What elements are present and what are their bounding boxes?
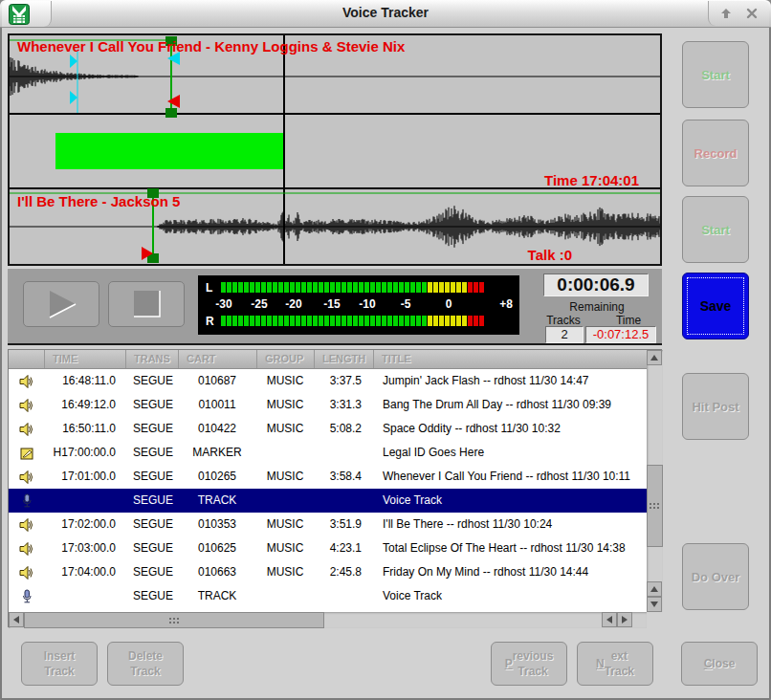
meter-segment <box>301 282 306 293</box>
col-title[interactable]: TITLE <box>373 350 647 368</box>
meter-segment <box>284 282 289 293</box>
shade-window-icon[interactable] <box>716 5 736 22</box>
col-length[interactable]: LENGTH <box>314 350 373 368</box>
fade-marker-top-icon[interactable] <box>70 55 77 68</box>
scroll-right-button[interactable] <box>617 612 632 627</box>
meter-segment <box>479 316 484 326</box>
meter-segment <box>273 316 277 326</box>
track2-wave <box>158 206 660 248</box>
meter-segment <box>341 316 346 326</box>
meter-segment <box>290 316 295 326</box>
log-row[interactable]: 17:02:00.0SEGUE010353MUSIC3:51.9I'll Be … <box>9 513 647 536</box>
meter-scale-label: 0 <box>446 297 452 311</box>
start-track2-button[interactable]: Start <box>682 196 749 263</box>
log-row[interactable]: 17:04:00.0SEGUE010663MUSIC2:45.8Friday O… <box>9 560 647 584</box>
cell-length: 3:58.4 <box>314 465 373 489</box>
meter-scale-label: -20 <box>285 297 301 311</box>
meter-segment <box>474 316 478 326</box>
meter-segment <box>422 282 427 293</box>
cell-time: H17:00:00.0 <box>44 441 125 465</box>
meter-scale-label: -30 <box>215 297 231 311</box>
cell-title: Whenever I Call You Friend -- rdhost 11/… <box>373 465 647 489</box>
col-trans[interactable]: TRANS <box>125 350 178 368</box>
vertical-scrollbar-thumb[interactable] <box>647 465 663 547</box>
meter-segment <box>296 282 300 293</box>
meter-segment <box>439 316 444 326</box>
meter-segment <box>416 282 421 293</box>
cell-title: Voice Track <box>373 584 647 608</box>
cell-cart: 010422 <box>178 417 256 441</box>
log-row[interactable]: 16:48:11.0SEGUE010687MUSIC3:37.5Jumpin' … <box>9 369 647 393</box>
end-marker-icon[interactable] <box>167 95 180 108</box>
meter-segment <box>416 316 421 326</box>
log-row[interactable]: 16:49:12.0SEGUE010011MUSIC3:31.3Bang The… <box>9 393 647 417</box>
cell-length: 3:51.9 <box>314 513 373 536</box>
speaker-icon <box>9 417 44 441</box>
transport-panel: L -30-25-20-15-10-50+8 R 0:00:06.9 Remai… <box>8 268 662 345</box>
voice-track-block[interactable] <box>55 133 283 169</box>
meter-segment <box>410 316 415 326</box>
next-track-button[interactable]: Next Track <box>577 642 653 686</box>
cell-length: 3:31.3 <box>314 393 373 417</box>
log-row[interactable]: 17:03:00.0SEGUE010625MUSIC4:23.1Total Ec… <box>9 536 647 560</box>
meter-segment <box>468 282 473 293</box>
log-row[interactable]: 16:50:11.0SEGUE010422MUSIC5:08.2Space Od… <box>9 417 647 441</box>
meter-segment <box>301 316 306 326</box>
do-over-button[interactable]: Do Over <box>682 543 749 610</box>
meter-right-label: R <box>206 315 214 328</box>
col-cart[interactable]: CART <box>178 350 256 368</box>
record-button[interactable]: Record <box>682 120 749 186</box>
meter-segment <box>250 282 254 293</box>
cell-trans: SEGUE <box>125 489 178 513</box>
horizontal-scrollbar-thumb[interactable] <box>24 612 324 628</box>
meter-segment <box>445 316 450 326</box>
close-window-icon[interactable] <box>742 5 761 22</box>
meter-segment <box>376 316 381 326</box>
play-button[interactable] <box>23 281 99 327</box>
meter-segment <box>393 282 398 293</box>
pane-divider-1 <box>10 113 660 115</box>
meter-segment <box>238 316 243 326</box>
insert-track-button[interactable]: Insert Track <box>21 642 98 686</box>
col-icon[interactable] <box>9 350 44 368</box>
meter-left-segments <box>221 282 484 293</box>
meter-segment <box>376 282 381 293</box>
scroll-left-button-2[interactable] <box>602 612 617 627</box>
meter-segment <box>255 316 260 326</box>
save-button[interactable]: Save <box>682 273 749 339</box>
hit-post-button[interactable]: Hit Post <box>682 373 749 440</box>
scroll-left-button[interactable] <box>9 612 24 627</box>
cell-trans: SEGUE <box>125 513 178 536</box>
cell-group <box>256 584 314 608</box>
col-group[interactable]: GROUP <box>256 350 314 368</box>
close-button[interactable]: Close <box>681 642 758 686</box>
scroll-up-button[interactable] <box>647 350 662 365</box>
fade-marker-bottom-icon[interactable] <box>70 91 77 104</box>
meter-segment <box>428 316 432 326</box>
log-row[interactable]: SEGUETRACKVoice Track <box>9 584 647 608</box>
cell-length <box>314 441 373 465</box>
tracks-remaining-value: 2 <box>545 326 584 343</box>
meter-segment <box>405 316 409 326</box>
cell-trans: SEGUE <box>125 560 178 584</box>
scroll-up-button-2[interactable] <box>647 581 662 597</box>
cell-title: Total Eclipse Of The Heart -- rdhost 11/… <box>373 536 647 560</box>
audio-level-meter: L -30-25-20-15-10-50+8 R <box>198 275 519 335</box>
log-row[interactable]: H17:00:00.0SEGUEMARKERLegal ID Goes Here <box>9 441 647 465</box>
stop-button[interactable] <box>108 281 185 327</box>
cell-trans: SEGUE <box>125 536 178 560</box>
meter-segment <box>347 282 352 293</box>
delete-track-button[interactable]: Delete Track <box>107 642 184 686</box>
start-track1-button[interactable]: Start <box>682 41 749 108</box>
cell-title: Space Oddity -- rdhost 11/30 10:32 <box>373 417 647 441</box>
col-time[interactable]: TIME <box>44 350 125 368</box>
cell-title: Jumpin' Jack Flash -- rdhost 11/30 14:47 <box>373 369 647 393</box>
meter-segment <box>399 282 404 293</box>
previous-track-button[interactable]: Previous Track <box>491 642 567 686</box>
log-row[interactable]: SEGUETRACKVoice Track <box>9 489 647 513</box>
meter-segment <box>399 316 404 326</box>
segue-handle-bottom[interactable] <box>165 108 177 118</box>
meter-segment <box>278 282 283 293</box>
scroll-down-button[interactable] <box>647 597 662 612</box>
log-row[interactable]: 17:01:00.0SEGUE010265MUSIC3:58.4Whenever… <box>9 465 647 489</box>
